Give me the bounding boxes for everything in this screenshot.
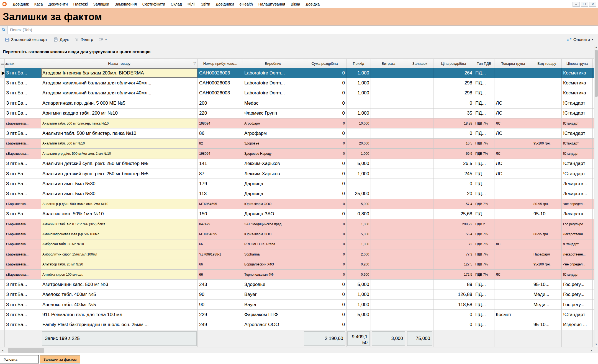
cell-suma[interactable]: 0 — [303, 290, 347, 300]
cell-vytrata[interactable] — [371, 269, 406, 279]
cell-mfr[interactable]: Борщаговский ХФЗ — [243, 259, 303, 269]
cell-owner[interactable]: З пгт.Ба... — [5, 169, 41, 179]
cell-prihid[interactable]: 1,000 — [347, 169, 371, 179]
table-row[interactable]: г.Барышевка...Аміксин ІС таб. в/о 0.125г… — [0, 219, 594, 229]
print-button[interactable]: Друк — [51, 36, 71, 43]
cell-prihid[interactable]: 0,600 — [347, 269, 371, 279]
table-row[interactable]: З пгт.Ба...Азитромицин капс. 500 мг №324… — [0, 280, 594, 290]
cell-num[interactable]: 87 — [198, 169, 243, 179]
cell-zalyshok[interactable] — [406, 219, 433, 229]
close-button[interactable]: ✕ — [589, 2, 596, 7]
cell-mfr[interactable]: Medac — [243, 98, 303, 108]
cell-cgroup[interactable]: !Стандарт — [562, 108, 593, 118]
tab-inactive[interactable]: Головна — [0, 355, 39, 363]
cell-price[interactable]: 0 — [433, 310, 474, 320]
cell-vytrata[interactable] — [371, 310, 406, 320]
row-marker[interactable] — [0, 128, 5, 138]
table-row[interactable]: г.Барышевка...Альтабор табл. 20 мг №2066… — [0, 259, 594, 269]
cell-price[interactable]: 20 — [433, 189, 474, 199]
cell-name[interactable]: Алтейка сироп 100 мл фл. — [41, 269, 198, 279]
cell-cgroup[interactable]: !Стандарт — [562, 310, 593, 320]
cell-num[interactable]: МТК954695 — [198, 199, 243, 209]
cell-owner[interactable]: г.Барышевка... — [5, 138, 41, 148]
cell-tgroup[interactable] — [494, 229, 532, 239]
sort-options-button[interactable]: ▾ — [97, 37, 109, 43]
cell-owner[interactable]: З пгт.Ба... — [5, 290, 41, 300]
cell-vytrata[interactable] — [371, 300, 406, 309]
cell-tgroup[interactable]: ЛС — [494, 98, 532, 108]
table-row[interactable]: г.Барышевка...Алтейка сироп 100 мл фл.66… — [0, 269, 594, 279]
cell-name[interactable]: Анальгин детский супп. рект. 250 мг блис… — [41, 169, 198, 179]
table-row[interactable]: г.Барышевка...Амбролитин сироп 15мг/5мл … — [0, 249, 594, 259]
horizontal-scroll-thumb[interactable] — [8, 348, 44, 353]
cell-zalyshok[interactable] — [406, 280, 433, 290]
cell-vid[interactable] — [532, 189, 562, 199]
cell-price[interactable]: 69,9 — [433, 149, 474, 159]
cell-vytrata[interactable] — [371, 290, 406, 300]
table-row[interactable]: г.Барышевка...Анальгин табл. 500 мг блис… — [0, 118, 594, 128]
cell-num[interactable]: 150 — [198, 209, 243, 219]
column-header-mfr[interactable]: Виробник — [243, 59, 303, 68]
row-marker[interactable] — [0, 159, 5, 169]
cell-vytrata[interactable] — [371, 179, 406, 189]
cell-name[interactable]: 911 Ревмалгон гель для тела 100 мл — [41, 310, 198, 320]
cell-vid[interactable] — [532, 310, 562, 320]
row-marker[interactable] — [0, 138, 5, 148]
cell-owner[interactable]: г.Барышевка... — [5, 219, 41, 229]
cell-vid[interactable]: 95-100 грн. — [532, 138, 562, 148]
cell-price[interactable]: 298 — [433, 78, 474, 88]
cell-owner[interactable]: З пгт.Ба... — [5, 209, 41, 219]
cell-name[interactable]: Анальгин амп. 5мл №30 — [41, 189, 198, 199]
cell-mfr[interactable]: Здоровье Народу — [243, 149, 303, 159]
cell-suma[interactable]: 0 — [303, 108, 347, 118]
cell-mfr[interactable]: Bayer — [243, 300, 303, 309]
cell-num[interactable]: CAH00026003 — [198, 78, 243, 88]
cell-owner[interactable]: З пгт.Ба... — [5, 310, 41, 320]
cell-tgroup[interactable] — [494, 189, 532, 199]
row-marker[interactable] — [0, 259, 5, 269]
table-row[interactable]: З пгт.Ба...Аналгин амп. 50% 1мл №10150Да… — [0, 209, 594, 219]
cell-pdv[interactable]: ПДВ 7% — [474, 249, 494, 259]
cell-num[interactable]: 200 — [198, 98, 243, 108]
row-marker[interactable] — [0, 149, 5, 159]
cell-price[interactable]: 0 — [433, 179, 474, 189]
cell-prihid[interactable]: 20,000 — [347, 138, 371, 148]
cell-owner[interactable]: З пгт.Ба... — [5, 320, 41, 330]
cell-owner[interactable]: г.Барышевка... — [5, 239, 41, 249]
cell-cgroup[interactable]: !Стандарт — [562, 269, 593, 279]
cell-vytrata[interactable] — [371, 249, 406, 259]
cell-price[interactable]: 57,4 — [433, 199, 474, 209]
cell-prihid[interactable]: 1,000 — [347, 68, 371, 78]
cell-mfr[interactable]: Дарница ЗАО — [243, 209, 303, 219]
cell-price[interactable]: 298 — [433, 88, 474, 98]
column-header-pdv[interactable]: Тип ПДВ — [474, 59, 494, 68]
cell-pdv[interactable]: ПДВ 7% — [474, 149, 494, 159]
cell-price[interactable]: 25,68 — [433, 209, 474, 219]
cell-num[interactable]: 86 — [198, 128, 243, 138]
cell-cgroup[interactable]: Гос.регулиро... — [562, 219, 593, 229]
cell-num[interactable]: 179 — [198, 179, 243, 189]
row-marker[interactable] — [0, 98, 5, 108]
cell-tgroup[interactable] — [494, 280, 532, 290]
cell-vid[interactable] — [532, 68, 562, 78]
cell-cgroup[interactable]: Косметика — [562, 68, 593, 78]
cell-zalyshok[interactable] — [406, 290, 433, 300]
cell-price[interactable]: 26,5 — [433, 159, 474, 169]
cell-owner[interactable]: З пгт.Ба... — [5, 280, 41, 290]
column-filter-icon[interactable]: ▽ — [194, 61, 196, 65]
table-row[interactable]: г.Барышевка...Аминокапроновая к-та р-р 5… — [0, 229, 594, 239]
cell-mfr[interactable]: Агрофарм — [243, 118, 303, 128]
cell-vid[interactable] — [532, 118, 562, 128]
cell-vid[interactable]: 95-10... — [532, 320, 562, 330]
cell-price[interactable]: 56,4 — [433, 229, 474, 239]
table-row[interactable]: ▶З пгт.Ба...Атодерм Інтенсив бальзам 200… — [0, 68, 594, 78]
cell-cgroup[interactable]: !Стандарт — [562, 159, 593, 169]
cell-mfr[interactable]: Здоровье — [243, 138, 303, 148]
cell-zalyshok[interactable] — [406, 98, 433, 108]
cell-vid[interactable]: Меди... — [532, 290, 562, 300]
row-marker[interactable] — [0, 199, 5, 209]
cell-num[interactable]: 229 — [198, 310, 243, 320]
scroll-right-icon[interactable]: ▸ — [589, 347, 594, 353]
cell-tgroup[interactable]: ЛС — [494, 159, 532, 169]
cell-vytrata[interactable] — [371, 128, 406, 138]
